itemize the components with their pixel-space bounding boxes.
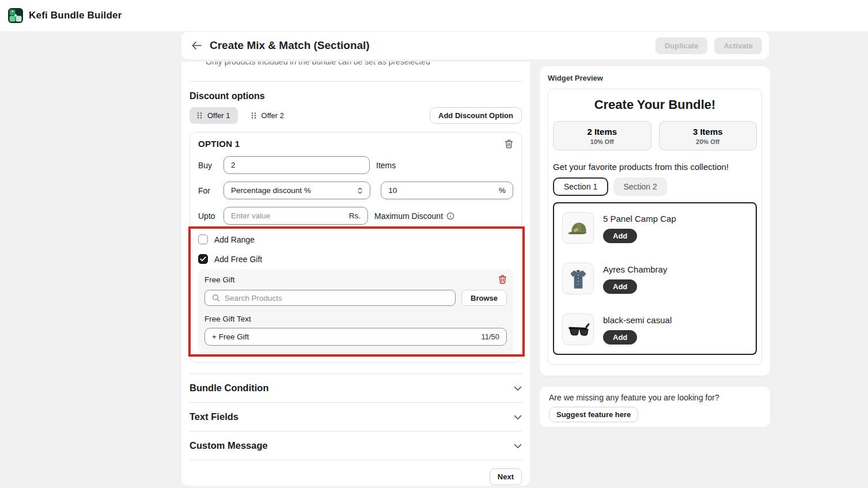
product-image-cap — [562, 212, 594, 244]
chevron-down-icon — [514, 386, 522, 391]
feature-question: Are we missing any feature you are looki… — [549, 393, 761, 402]
chevron-down-icon — [514, 444, 522, 448]
clipped-helper-text: Only products included in the bundle can… — [206, 62, 522, 73]
search-icon — [212, 294, 220, 302]
collection-subtitle: Get your favorite products from this col… — [553, 162, 757, 172]
delete-option-button[interactable] — [505, 139, 513, 149]
bundle-condition-accordion[interactable]: Bundle Condition — [189, 374, 522, 402]
app-title: Kefi Bundle Builder — [29, 10, 122, 21]
for-row: For Percentage discount % % — [198, 181, 513, 199]
offer-2-label: Offer 2 — [261, 111, 285, 120]
upto-value-input[interactable] — [231, 211, 344, 220]
discount-type-value: Percentage discount % — [231, 186, 311, 195]
tier-buttons-row: 2 Items 10% Off 3 Items 20% Off — [553, 121, 757, 150]
tier-items-label: 3 Items — [693, 127, 723, 137]
delete-free-gift-button[interactable] — [498, 275, 507, 284]
add-free-gift-label: Add Free Gift — [214, 255, 262, 264]
accordion-list: Bundle Condition Text Fields Custom Mess… — [189, 373, 522, 460]
add-free-gift-checkbox[interactable] — [198, 254, 208, 264]
upto-value-field[interactable]: Rs. — [223, 207, 368, 225]
items-label: Items — [376, 161, 396, 170]
custom-message-accordion[interactable]: Custom Message — [189, 432, 522, 460]
free-gift-text-input[interactable] — [212, 332, 476, 341]
page-title: Create Mix & Match (Sectional) — [210, 39, 370, 52]
product-name: Ayres Chambray — [603, 263, 667, 274]
widget-preview-frame: Create Your Bundle! 2 Items 10% Off 3 It… — [548, 89, 762, 365]
free-gift-text-label: Free Gift Text — [204, 315, 507, 323]
drag-handle-icon[interactable] — [251, 112, 256, 119]
free-gift-text-field[interactable]: 11/50 — [204, 328, 507, 346]
tier-3-items-button[interactable]: 3 Items 20% Off — [659, 121, 757, 150]
suggest-feature-button[interactable]: Suggest feature here — [549, 407, 638, 422]
product-image-shirt — [562, 263, 594, 294]
feature-suggestion-card: Are we missing any feature you are looki… — [540, 387, 770, 427]
back-arrow-icon — [192, 41, 202, 50]
tier-items-label: 2 Items — [587, 127, 617, 137]
product-name: 5 Panel Camp Cap — [603, 212, 676, 224]
trash-icon — [505, 139, 513, 149]
trash-icon-red — [498, 275, 507, 284]
add-product-button[interactable]: Add — [603, 279, 637, 294]
maximum-discount-label: Maximum Discount — [374, 211, 443, 221]
section-1-tab[interactable]: Section 1 — [553, 177, 608, 196]
drag-handle-icon[interactable] — [197, 112, 202, 119]
tier-2-items-button[interactable]: 2 Items 10% Off — [553, 121, 651, 150]
product-row: Ayres Chambray Add — [562, 263, 748, 294]
product-image-sunglasses — [562, 313, 594, 345]
char-counter: 11/50 — [476, 332, 499, 341]
app-logo-icon — [8, 8, 23, 23]
option-1-title: OPTION 1 — [198, 139, 240, 149]
offer-2-tab[interactable]: Offer 2 — [244, 107, 292, 124]
next-button[interactable]: Next — [490, 468, 522, 485]
widget-preview-panel: Widget Preview Create Your Bundle! 2 Ite… — [540, 66, 770, 376]
add-discount-option-button[interactable]: Add Discount Option — [430, 107, 522, 124]
add-range-checkbox[interactable] — [198, 234, 208, 244]
product-name: black-semi casual — [603, 313, 672, 325]
widget-preview-label: Widget Preview — [548, 74, 762, 82]
browse-button[interactable]: Browse — [461, 290, 507, 306]
bundle-form-card: Only products included in the bundle can… — [181, 62, 530, 486]
discount-value-field[interactable]: % — [381, 181, 513, 199]
discount-value-input[interactable] — [388, 186, 494, 195]
section-2-tab[interactable]: Section 2 — [613, 177, 666, 196]
buy-quantity-field[interactable] — [223, 156, 370, 174]
upto-label: Upto — [198, 211, 223, 221]
duplicate-button[interactable]: Duplicate — [655, 37, 708, 54]
activate-button[interactable]: Activate — [714, 37, 762, 54]
text-fields-accordion[interactable]: Text Fields — [189, 403, 522, 431]
tier-off-label: 10% Off — [590, 138, 614, 145]
free-gift-panel: Free Gift — [198, 269, 513, 354]
add-product-button[interactable]: Add — [603, 330, 637, 345]
bundle-widget-title: Create Your Bundle! — [553, 97, 757, 112]
free-gift-label: Free Gift — [204, 275, 235, 284]
free-gift-search-field[interactable] — [204, 290, 456, 306]
add-range-row: Add Range — [198, 234, 513, 244]
bundle-condition-label: Bundle Condition — [189, 383, 268, 394]
divider — [189, 81, 522, 82]
text-fields-label: Text Fields — [189, 411, 238, 422]
free-gift-search-input[interactable] — [225, 294, 448, 302]
topbar: Kefi Bundle Builder — [0, 0, 868, 31]
offer-tabs-row: Offer 1 Offer 2 Add Discount Option — [189, 107, 522, 124]
discount-type-select[interactable]: Percentage discount % — [223, 181, 370, 199]
select-updown-icon — [352, 187, 363, 195]
upto-row: Upto Rs. Maximum Discount — [198, 207, 513, 225]
back-button[interactable] — [192, 41, 202, 50]
add-range-label: Add Range — [214, 235, 255, 244]
offer-1-label: Offer 1 — [207, 111, 230, 120]
info-icon[interactable] — [446, 212, 454, 220]
tier-off-label: 20% Off — [696, 138, 719, 145]
buy-row: Buy Items — [198, 156, 513, 174]
buy-quantity-input[interactable] — [231, 161, 362, 169]
products-box: 5 Panel Camp Cap Add — [553, 202, 757, 355]
header-actions: Duplicate Activate — [655, 37, 762, 54]
percent-suffix: % — [494, 186, 506, 195]
product-row: 5 Panel Camp Cap Add — [562, 212, 748, 244]
add-product-button[interactable]: Add — [603, 229, 637, 243]
offer-1-tab[interactable]: Offer 1 — [189, 107, 238, 124]
buy-label: Buy — [198, 161, 223, 170]
section-tabs: Section 1 Section 2 — [553, 177, 757, 196]
page-header: Create Mix & Match (Sectional) Duplicate… — [181, 32, 769, 59]
custom-message-label: Custom Message — [189, 440, 268, 451]
chevron-down-icon — [514, 415, 522, 419]
